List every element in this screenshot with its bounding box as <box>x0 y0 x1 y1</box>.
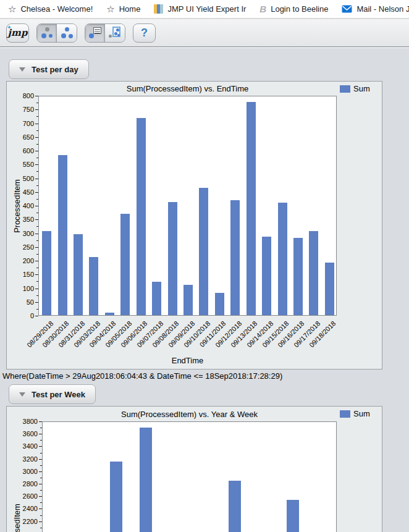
y-tick-mark <box>39 459 42 460</box>
y-tick-mark <box>35 164 38 165</box>
chart-panel-week: Sum(ProcessedItem) vs. Year & Week Sum P… <box>6 406 382 532</box>
scatter-blue-view-button[interactable] <box>57 24 77 42</box>
chart1-legend: Sum <box>340 84 370 93</box>
y-tick-label: 3600 <box>13 430 38 437</box>
y-tick-mark <box>35 96 38 96</box>
bar-08/30/2018[interactable] <box>58 155 67 315</box>
view-mode-button-group <box>36 23 77 43</box>
scatter-view-button[interactable] <box>37 24 57 42</box>
y-tick-mark <box>39 521 42 522</box>
y-tick-mark <box>35 302 38 303</box>
chart2-area: Sum(ProcessedItem) vs. Year & Week Sum P… <box>7 407 382 532</box>
y-tick-mark <box>35 179 38 179</box>
week-bar-2[interactable] <box>229 481 241 532</box>
y-tick-label: 400 <box>12 202 34 209</box>
help-button[interactable]: ? <box>133 23 156 43</box>
chart1-title: Sum(ProcessedItem) vs. EndTime <box>38 84 337 93</box>
star-icon: ☆ <box>8 4 16 14</box>
bookmark-item-2[interactable]: JMP UI Yield Expert Ir <box>147 1 253 17</box>
y-tick-mark <box>36 103 38 103</box>
chart1-plot <box>38 96 337 316</box>
bar-09/05/2018[interactable] <box>120 214 130 315</box>
week-bar-1[interactable] <box>140 428 152 532</box>
selection-rect-icon <box>108 26 122 40</box>
bookmark-item-1[interactable]: ☆Home <box>99 1 147 17</box>
selection-rect-button[interactable] <box>105 24 125 42</box>
bookmark-label: Mail - Nelson James- <box>356 4 409 14</box>
chart1-area: Sum(ProcessedItem) vs. EndTime Sum Proce… <box>7 82 382 369</box>
jmp-favicon-icon <box>154 4 163 14</box>
y-tick-label: 3000 <box>13 468 38 475</box>
y-tick-mark <box>35 219 38 220</box>
y-tick-mark <box>36 295 38 296</box>
bar-09/06/2018[interactable] <box>137 118 146 315</box>
bookmark-label: Chelsea - Welcome! <box>20 4 93 14</box>
y-tick-label: 200 <box>12 257 34 264</box>
bar-09/16/2018[interactable] <box>293 238 303 315</box>
jmp-home-button[interactable]: jmp <box>6 23 29 43</box>
y-tick-mark <box>40 465 42 466</box>
chart2-title: Sum(ProcessedItem) vs. Year & Week <box>42 410 337 419</box>
y-tick-mark <box>35 261 38 261</box>
bar-09/12/2018[interactable] <box>230 200 240 315</box>
y-tick-mark <box>39 421 42 422</box>
bar-09/15/2018[interactable] <box>278 203 287 315</box>
bar-09/14/2018[interactable] <box>262 237 271 315</box>
legend-label: Sum <box>353 409 370 418</box>
y-tick-label: 50 <box>12 298 34 306</box>
y-tick-mark <box>35 289 38 289</box>
y-tick-mark <box>40 453 42 454</box>
bookmark-label: Home <box>119 4 141 14</box>
bar-09/17/2018[interactable] <box>309 231 318 315</box>
y-tick-mark <box>36 171 38 172</box>
scatter-gray-blue-icon <box>40 26 54 40</box>
week-bar-3[interactable] <box>287 500 299 532</box>
y-tick-mark <box>35 274 38 275</box>
bar-09/08/2018[interactable] <box>168 202 177 315</box>
y-tick-label: 150 <box>12 271 34 278</box>
bar-08/29/2018[interactable] <box>42 231 51 315</box>
y-tick-mark <box>36 213 38 213</box>
y-tick-mark <box>39 471 42 472</box>
bar-08/31/2018[interactable] <box>74 234 83 315</box>
jmp-logo: jmp <box>8 28 28 38</box>
bar-09/10/2018[interactable] <box>199 188 208 315</box>
y-tick-label: 750 <box>12 106 34 113</box>
toolbar: jmp <box>0 19 409 47</box>
tooltip-label-icon <box>88 26 102 40</box>
y-tick-mark <box>35 124 38 124</box>
week-bar-0[interactable] <box>110 462 122 532</box>
bar-09/18/2018[interactable] <box>325 263 334 315</box>
test-per-week-disclosure-button[interactable]: Test per Week <box>9 384 96 404</box>
y-tick-label: 0 <box>12 312 34 319</box>
chart-panel-day: Sum(ProcessedItem) vs. EndTime Sum Proce… <box>6 81 382 369</box>
bookmark-item-3[interactable]: BLogin to Beeline <box>253 1 335 17</box>
tooltip-label-button[interactable] <box>85 24 105 42</box>
bar-09/04/2018[interactable] <box>105 313 114 315</box>
bar-09/13/2018[interactable] <box>247 102 256 315</box>
bar-09/07/2018[interactable] <box>152 282 161 315</box>
bar-09/11/2018[interactable] <box>215 293 224 315</box>
y-tick-mark <box>35 137 38 138</box>
y-tick-label: 600 <box>12 147 34 154</box>
legend-swatch <box>340 85 350 93</box>
bookmark-item-0[interactable]: ☆Chelsea - Welcome! <box>1 1 99 17</box>
y-tick-mark <box>35 234 38 234</box>
bar-09/03/2018[interactable] <box>89 257 98 315</box>
chart2-legend: Sum <box>340 409 370 418</box>
y-tick-mark <box>40 528 42 528</box>
y-tick-mark <box>36 254 38 255</box>
test-per-day-disclosure-button[interactable]: Test per day <box>9 59 89 79</box>
y-tick-label: 3200 <box>13 455 38 463</box>
y-tick-mark <box>35 109 38 110</box>
bookmarks-bar: ☆Chelsea - Welcome!☆HomeJMP UI Yield Exp… <box>0 0 409 19</box>
bar-09/09/2018[interactable] <box>183 285 193 315</box>
y-tick-mark <box>35 151 38 151</box>
bookmark-label: Login to Beeline <box>271 4 328 14</box>
beeline-icon: B <box>259 4 266 14</box>
y-tick-mark <box>36 240 38 241</box>
test-per-day-label: Test per day <box>32 65 78 74</box>
chart2-plot <box>42 421 337 532</box>
y-tick-mark <box>35 192 38 193</box>
bookmark-item-4[interactable]: Mail - Nelson James- <box>335 1 409 17</box>
